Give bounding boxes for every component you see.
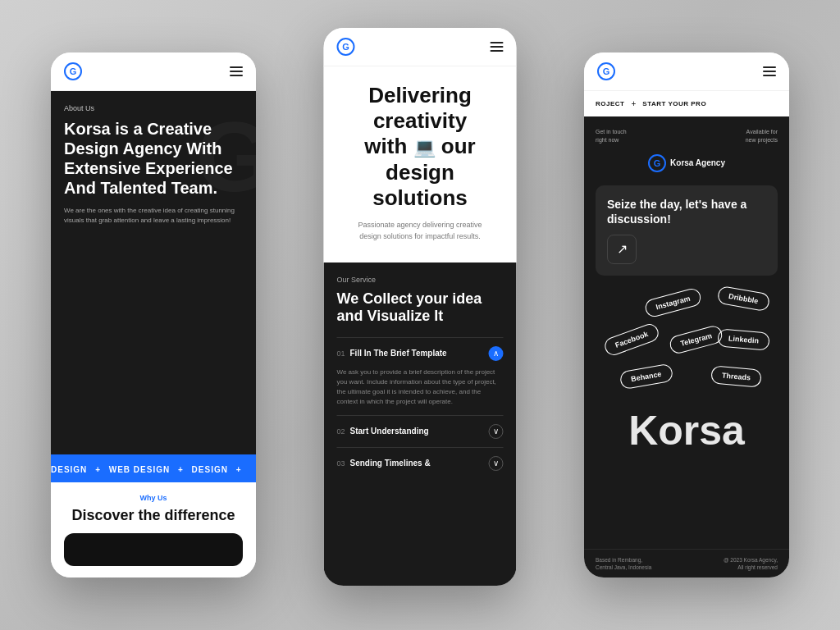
discussion-box: Seize the day, let's have a discussion! … xyxy=(596,185,778,276)
why-us-label: Why Us xyxy=(64,494,243,502)
get-in-touch-text: Get in touchright now xyxy=(596,128,627,144)
dribbble-pill[interactable]: Dribbble xyxy=(717,285,770,313)
logo-icon-center: G xyxy=(337,38,355,56)
discussion-title: Seize the day, let's have a discussion! xyxy=(607,197,766,226)
accordion-content-1: We ask you to provide a brief descriptio… xyxy=(337,368,504,407)
telegram-pill[interactable]: Telegram xyxy=(668,324,724,355)
center-phone-bottom: Our Service We Collect your idea and Vis… xyxy=(324,262,517,586)
accordion-header-2[interactable]: 02 Start Understanding ∨ xyxy=(337,424,504,439)
service-title: We Collect your idea and Visualize It xyxy=(337,290,504,326)
nav-item-project: ROJECT xyxy=(596,100,624,107)
accordion-item-1[interactable]: 01 Fill In The Brief Template ∧ We ask y… xyxy=(337,337,504,415)
hamburger-menu-center[interactable] xyxy=(491,42,504,52)
black-card xyxy=(64,533,243,566)
hero-title: Korsa is a Creative Design Agency With E… xyxy=(64,119,243,198)
right-phone-header: G xyxy=(584,52,789,91)
logo-icon-left: G xyxy=(64,62,82,80)
accordion-arrow-3[interactable]: ∨ xyxy=(489,456,504,471)
phone-center: G Deliveringcreativitywith 💻 ourdesignso… xyxy=(324,28,517,586)
center-phone-top: Deliveringcreativitywith 💻 ourdesignsolu… xyxy=(324,66,517,262)
accordion-title-1: Fill In The Brief Template xyxy=(350,349,489,358)
available-text: Available fornew projects xyxy=(746,128,778,144)
nav-item-start: START YOUR PRO xyxy=(642,100,706,107)
footer-copyright: @ 2023 Korsa Agency,All right reserved xyxy=(724,556,778,571)
korsa-big-text: Korsa xyxy=(596,410,778,451)
accordion-header-1[interactable]: 01 Fill In The Brief Template ∧ xyxy=(337,346,504,361)
center-description: Passionate agency delivering creative de… xyxy=(346,219,494,243)
footer-location: Based in Rembang,Central Java, Indonesia xyxy=(596,556,651,571)
discover-title: Discover the difference xyxy=(64,507,243,525)
instagram-pill[interactable]: Instagram xyxy=(643,286,702,318)
accordion-header-3[interactable]: 03 Sending Timelines & ∨ xyxy=(337,456,504,471)
accordion-num-2: 02 xyxy=(337,427,345,436)
arrow-button[interactable]: ↗ xyxy=(607,235,637,264)
facebook-pill[interactable]: Facebook xyxy=(602,322,660,358)
hamburger-menu-left[interactable] xyxy=(230,66,243,76)
left-phone-body: G About Us Korsa is a Creative Design Ag… xyxy=(51,91,256,454)
threads-pill[interactable]: Threads xyxy=(710,365,762,387)
contact-header: Get in touchright now Available fornew p… xyxy=(596,128,778,144)
marquee-text: DESIGN + WEB DESIGN + DESIGN + xyxy=(51,465,247,474)
hero-desc: We are the ones with the creative idea o… xyxy=(64,206,243,226)
accordion-item-3[interactable]: 03 Sending Timelines & ∨ xyxy=(337,447,504,479)
accordion-num-3: 03 xyxy=(337,459,345,468)
logo-icon-right: G xyxy=(597,62,615,80)
social-pills-container: Instagram Dribbble Facebook Telegram Lin… xyxy=(596,285,778,400)
our-service-label: Our Service xyxy=(337,276,504,284)
linkedin-pill[interactable]: Linkedin xyxy=(717,328,770,350)
accordion-arrow-1[interactable]: ∧ xyxy=(489,346,504,361)
accordion-num-1: 01 xyxy=(337,349,345,358)
korsa-brand-name: Korsa Agency xyxy=(670,158,725,167)
accordion-title-2: Start Understanding xyxy=(350,427,489,436)
phone-left: G G About Us Korsa is a Creative Design … xyxy=(51,52,256,578)
left-phone-header: G xyxy=(51,52,256,91)
korsa-brand-row: G Korsa Agency xyxy=(596,154,778,172)
phone-right: G ROJECT + START YOUR PRO Get in touchri… xyxy=(584,52,789,578)
right-phone-footer: Based in Rembang,Central Java, Indonesia… xyxy=(584,549,789,578)
left-phone-bottom: Why Us Discover the difference xyxy=(51,482,256,578)
hamburger-menu-right[interactable] xyxy=(763,66,776,76)
center-hero-title: Deliveringcreativitywith 💻 ourdesignsolu… xyxy=(340,83,500,211)
korsa-brand-logo: G xyxy=(648,154,666,172)
accordion-arrow-2[interactable]: ∨ xyxy=(489,424,504,439)
behance-pill[interactable]: Behance xyxy=(619,363,673,390)
accordion-item-2[interactable]: 02 Start Understanding ∨ xyxy=(337,415,504,447)
nav-plus: + xyxy=(631,99,636,108)
right-top-nav: ROJECT + START YOUR PRO xyxy=(584,91,789,116)
marquee-banner: DESIGN + WEB DESIGN + DESIGN + xyxy=(51,454,256,482)
about-label: About Us xyxy=(64,104,243,112)
accordion-title-3: Sending Timelines & xyxy=(350,459,489,468)
center-phone-header: G xyxy=(324,28,517,66)
right-phone-body: Get in touchright now Available fornew p… xyxy=(584,116,789,549)
